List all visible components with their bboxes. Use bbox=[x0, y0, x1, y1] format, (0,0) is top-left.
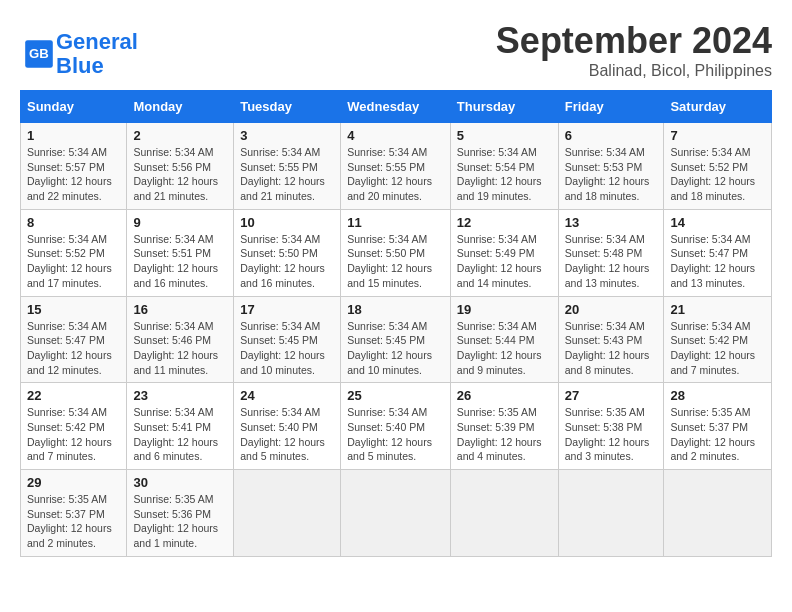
calendar-cell: 5Sunrise: 5:34 AMSunset: 5:54 PMDaylight… bbox=[450, 123, 558, 210]
month-title: September 2024 bbox=[496, 20, 772, 62]
day-number: 6 bbox=[565, 128, 658, 143]
calendar-cell: 28Sunrise: 5:35 AMSunset: 5:37 PMDayligh… bbox=[664, 383, 772, 470]
day-info: Sunrise: 5:34 AMSunset: 5:53 PMDaylight:… bbox=[565, 145, 658, 204]
week-row-3: 15Sunrise: 5:34 AMSunset: 5:47 PMDayligh… bbox=[21, 296, 772, 383]
calendar-cell: 24Sunrise: 5:34 AMSunset: 5:40 PMDayligh… bbox=[234, 383, 341, 470]
calendar-cell: 20Sunrise: 5:34 AMSunset: 5:43 PMDayligh… bbox=[558, 296, 664, 383]
day-info: Sunrise: 5:34 AMSunset: 5:56 PMDaylight:… bbox=[133, 145, 227, 204]
day-number: 28 bbox=[670, 388, 765, 403]
calendar-cell bbox=[558, 470, 664, 557]
day-info: Sunrise: 5:34 AMSunset: 5:55 PMDaylight:… bbox=[347, 145, 444, 204]
calendar-cell: 7Sunrise: 5:34 AMSunset: 5:52 PMDaylight… bbox=[664, 123, 772, 210]
day-number: 14 bbox=[670, 215, 765, 230]
day-info: Sunrise: 5:34 AMSunset: 5:43 PMDaylight:… bbox=[565, 319, 658, 378]
calendar-cell bbox=[341, 470, 451, 557]
calendar-cell: 8Sunrise: 5:34 AMSunset: 5:52 PMDaylight… bbox=[21, 209, 127, 296]
col-header-friday: Friday bbox=[558, 91, 664, 123]
day-info: Sunrise: 5:34 AMSunset: 5:42 PMDaylight:… bbox=[27, 405, 120, 464]
day-number: 2 bbox=[133, 128, 227, 143]
day-info: Sunrise: 5:35 AMSunset: 5:36 PMDaylight:… bbox=[133, 492, 227, 551]
day-info: Sunrise: 5:34 AMSunset: 5:50 PMDaylight:… bbox=[347, 232, 444, 291]
week-row-1: 1Sunrise: 5:34 AMSunset: 5:57 PMDaylight… bbox=[21, 123, 772, 210]
col-header-thursday: Thursday bbox=[450, 91, 558, 123]
calendar-cell: 12Sunrise: 5:34 AMSunset: 5:49 PMDayligh… bbox=[450, 209, 558, 296]
day-info: Sunrise: 5:34 AMSunset: 5:51 PMDaylight:… bbox=[133, 232, 227, 291]
day-info: Sunrise: 5:34 AMSunset: 5:47 PMDaylight:… bbox=[27, 319, 120, 378]
day-number: 22 bbox=[27, 388, 120, 403]
svg-text:GB: GB bbox=[29, 46, 49, 61]
day-number: 10 bbox=[240, 215, 334, 230]
col-header-saturday: Saturday bbox=[664, 91, 772, 123]
day-info: Sunrise: 5:35 AMSunset: 5:37 PMDaylight:… bbox=[27, 492, 120, 551]
day-number: 9 bbox=[133, 215, 227, 230]
calendar-cell: 25Sunrise: 5:34 AMSunset: 5:40 PMDayligh… bbox=[341, 383, 451, 470]
day-number: 11 bbox=[347, 215, 444, 230]
calendar-cell: 10Sunrise: 5:34 AMSunset: 5:50 PMDayligh… bbox=[234, 209, 341, 296]
calendar-cell: 6Sunrise: 5:34 AMSunset: 5:53 PMDaylight… bbox=[558, 123, 664, 210]
day-info: Sunrise: 5:34 AMSunset: 5:44 PMDaylight:… bbox=[457, 319, 552, 378]
day-info: Sunrise: 5:34 AMSunset: 5:40 PMDaylight:… bbox=[240, 405, 334, 464]
col-header-wednesday: Wednesday bbox=[341, 91, 451, 123]
day-info: Sunrise: 5:34 AMSunset: 5:55 PMDaylight:… bbox=[240, 145, 334, 204]
day-number: 29 bbox=[27, 475, 120, 490]
calendar-cell: 14Sunrise: 5:34 AMSunset: 5:47 PMDayligh… bbox=[664, 209, 772, 296]
calendar-cell: 23Sunrise: 5:34 AMSunset: 5:41 PMDayligh… bbox=[127, 383, 234, 470]
calendar-cell: 11Sunrise: 5:34 AMSunset: 5:50 PMDayligh… bbox=[341, 209, 451, 296]
day-number: 7 bbox=[670, 128, 765, 143]
day-number: 8 bbox=[27, 215, 120, 230]
day-number: 19 bbox=[457, 302, 552, 317]
day-number: 12 bbox=[457, 215, 552, 230]
day-info: Sunrise: 5:34 AMSunset: 5:52 PMDaylight:… bbox=[27, 232, 120, 291]
calendar-cell: 9Sunrise: 5:34 AMSunset: 5:51 PMDaylight… bbox=[127, 209, 234, 296]
day-info: Sunrise: 5:34 AMSunset: 5:47 PMDaylight:… bbox=[670, 232, 765, 291]
col-header-tuesday: Tuesday bbox=[234, 91, 341, 123]
calendar-cell bbox=[450, 470, 558, 557]
calendar-cell: 27Sunrise: 5:35 AMSunset: 5:38 PMDayligh… bbox=[558, 383, 664, 470]
day-info: Sunrise: 5:34 AMSunset: 5:41 PMDaylight:… bbox=[133, 405, 227, 464]
day-number: 25 bbox=[347, 388, 444, 403]
day-number: 27 bbox=[565, 388, 658, 403]
calendar-cell bbox=[234, 470, 341, 557]
day-info: Sunrise: 5:34 AMSunset: 5:49 PMDaylight:… bbox=[457, 232, 552, 291]
calendar-cell: 1Sunrise: 5:34 AMSunset: 5:57 PMDaylight… bbox=[21, 123, 127, 210]
calendar-cell: 18Sunrise: 5:34 AMSunset: 5:45 PMDayligh… bbox=[341, 296, 451, 383]
day-number: 23 bbox=[133, 388, 227, 403]
calendar-cell: 30Sunrise: 5:35 AMSunset: 5:36 PMDayligh… bbox=[127, 470, 234, 557]
day-info: Sunrise: 5:34 AMSunset: 5:52 PMDaylight:… bbox=[670, 145, 765, 204]
calendar-cell: 21Sunrise: 5:34 AMSunset: 5:42 PMDayligh… bbox=[664, 296, 772, 383]
day-number: 26 bbox=[457, 388, 552, 403]
day-info: Sunrise: 5:34 AMSunset: 5:46 PMDaylight:… bbox=[133, 319, 227, 378]
day-number: 3 bbox=[240, 128, 334, 143]
calendar-cell: 22Sunrise: 5:34 AMSunset: 5:42 PMDayligh… bbox=[21, 383, 127, 470]
week-row-4: 22Sunrise: 5:34 AMSunset: 5:42 PMDayligh… bbox=[21, 383, 772, 470]
calendar-cell bbox=[664, 470, 772, 557]
day-number: 24 bbox=[240, 388, 334, 403]
calendar-cell: 29Sunrise: 5:35 AMSunset: 5:37 PMDayligh… bbox=[21, 470, 127, 557]
day-info: Sunrise: 5:34 AMSunset: 5:54 PMDaylight:… bbox=[457, 145, 552, 204]
logo-icon: GB bbox=[24, 39, 54, 69]
day-number: 15 bbox=[27, 302, 120, 317]
calendar-table: SundayMondayTuesdayWednesdayThursdayFrid… bbox=[20, 90, 772, 557]
col-header-sunday: Sunday bbox=[21, 91, 127, 123]
calendar-cell: 16Sunrise: 5:34 AMSunset: 5:46 PMDayligh… bbox=[127, 296, 234, 383]
day-number: 18 bbox=[347, 302, 444, 317]
day-number: 1 bbox=[27, 128, 120, 143]
day-number: 21 bbox=[670, 302, 765, 317]
title-area: September 2024 Balinad, Bicol, Philippin… bbox=[496, 20, 772, 80]
day-info: Sunrise: 5:34 AMSunset: 5:48 PMDaylight:… bbox=[565, 232, 658, 291]
day-info: Sunrise: 5:34 AMSunset: 5:45 PMDaylight:… bbox=[347, 319, 444, 378]
day-info: Sunrise: 5:34 AMSunset: 5:50 PMDaylight:… bbox=[240, 232, 334, 291]
day-number: 17 bbox=[240, 302, 334, 317]
day-info: Sunrise: 5:35 AMSunset: 5:37 PMDaylight:… bbox=[670, 405, 765, 464]
week-row-2: 8Sunrise: 5:34 AMSunset: 5:52 PMDaylight… bbox=[21, 209, 772, 296]
day-info: Sunrise: 5:35 AMSunset: 5:38 PMDaylight:… bbox=[565, 405, 658, 464]
day-number: 4 bbox=[347, 128, 444, 143]
logo-text: GeneralBlue bbox=[56, 30, 138, 78]
day-number: 16 bbox=[133, 302, 227, 317]
logo: GB GeneralBlue bbox=[20, 30, 138, 78]
location-title: Balinad, Bicol, Philippines bbox=[496, 62, 772, 80]
day-info: Sunrise: 5:35 AMSunset: 5:39 PMDaylight:… bbox=[457, 405, 552, 464]
page-header: GB GeneralBlue September 2024 Balinad, B… bbox=[20, 20, 772, 80]
calendar-cell: 26Sunrise: 5:35 AMSunset: 5:39 PMDayligh… bbox=[450, 383, 558, 470]
day-number: 30 bbox=[133, 475, 227, 490]
